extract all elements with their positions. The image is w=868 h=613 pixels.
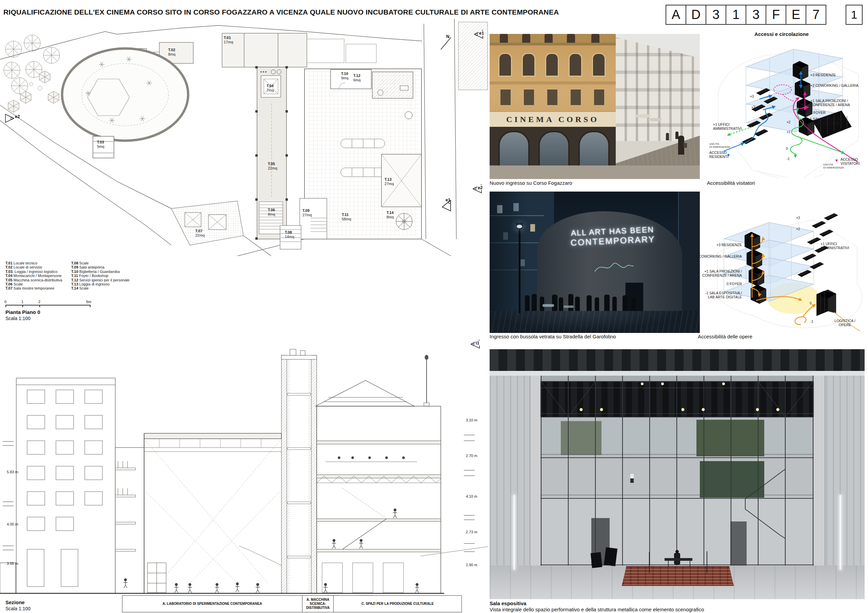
view-marker-e1-plan: e1 (443, 199, 463, 214)
presentation-board: RIQUALIFICAZIONE DELL'EX CINEMA CORSO SI… (0, 0, 868, 613)
room-label: T.0722mq (195, 229, 205, 237)
code-cell: E (786, 5, 806, 25)
logistics-label: LOGISTICA / OPERE (831, 319, 859, 327)
keyboard (665, 558, 692, 561)
view-marker-e1: e1 (473, 29, 494, 40)
code-cell: 3 (706, 5, 726, 25)
room-label: T.1158mq (342, 212, 351, 221)
cinema-sign-text: CINEMA CORSO (506, 115, 599, 124)
dim-label: 2.90 m (466, 563, 477, 567)
level-label: +2 COWORKING / GALLERIA (692, 254, 742, 259)
oval-hall (62, 48, 188, 158)
room-label: T.1327mq (384, 177, 394, 186)
level-label: +1 UFFICI AMMINISTRATIVI (713, 122, 741, 130)
art-logistics-box (817, 289, 836, 316)
room-label: T.0814mq (285, 230, 294, 239)
sheet-code-boxes: A D 3 1 3 F E 7 (666, 5, 826, 25)
section-scale-label: Scala 1:100 (5, 606, 31, 611)
floor-mark: +2 (751, 105, 755, 109)
access-label: ACCESSO RESIDENTI (709, 150, 728, 159)
access-arrow-blue: ▼ (726, 153, 731, 158)
floor-plan-drawing: T.0117mq T.028mq T.035mq T.047mq T.0522m… (0, 19, 488, 256)
emergency-exit-label: USCITA DI EMERGENZA (709, 142, 730, 149)
room-label: T.126mq (353, 74, 360, 82)
table (542, 304, 554, 307)
zone-label: A. LABORATORIO DI SPERIMENTAZIONE CONTEM… (122, 596, 302, 612)
stairs (745, 469, 785, 539)
section-drawing (0, 346, 488, 604)
led-strip-left (513, 495, 515, 570)
floor-mark: 0 (786, 147, 788, 150)
floor-mark: +3 (796, 216, 800, 220)
pavement (490, 166, 700, 179)
room-label: T.028mq (168, 48, 175, 56)
night-street (490, 311, 700, 333)
production-building-section (315, 355, 441, 601)
dim-label: 2.73 m (466, 530, 477, 534)
cinema-sign-band: CINEMA CORSO (490, 111, 616, 127)
code-cell: A (666, 5, 686, 25)
skylight-slit (490, 371, 865, 376)
keyboard-leg (668, 561, 669, 567)
led-strip-right (840, 495, 841, 570)
context-left (0, 378, 144, 593)
room-label: T.0522mq (268, 162, 277, 170)
emergency-exit-label: USCITA DI EMERGENZA (823, 163, 844, 169)
garden-trees (4, 35, 60, 112)
dim-label: 2.70 m (466, 454, 477, 458)
plan-legend-col2: T.08 Scale T.09 Sala anteprima T.10 Bigl… (71, 261, 130, 291)
zone-label: A. MACCHINA SCENICA-DISTRIBUTIVA (302, 596, 334, 612)
eye-cone-icon (5, 113, 15, 124)
code-cell: 3 (746, 5, 766, 25)
floor-mark: +1 (787, 130, 791, 134)
room-label: T.068mq (268, 208, 275, 216)
speaker (591, 552, 602, 568)
zone-label: C. SPAZI PER LA PRODUZIONE CULTURALE (334, 596, 462, 612)
mic-stand (649, 552, 649, 573)
floor-mark: -1 (787, 157, 790, 161)
bag (684, 143, 687, 148)
dim-label: 3.65 m (7, 562, 18, 565)
floor-mark: 0 (810, 302, 812, 305)
level-label: +2 COWORKING / GALLERIA (811, 84, 859, 87)
plan-scale-bar: 0 1 2 5m (5, 300, 94, 307)
room-label: T.148mq (386, 211, 394, 219)
axon1-caption: Accessibilità visitatori (707, 180, 755, 186)
lamp-glow (517, 225, 522, 228)
section-title: Sezione (5, 599, 25, 605)
plan-scale-label: Scala 1:100 (5, 316, 31, 321)
level-label: +1 SALA PROIEZIONI / CONFERENZE / ARENA (692, 269, 742, 277)
render-caption-sub: Vista integrale dello spazio performativ… (490, 607, 704, 612)
dim-label: 4.10 m (466, 494, 477, 498)
main-hall-section (123, 433, 281, 593)
view-marker-e2: e2 (472, 184, 492, 195)
room-label: T.035mq (97, 140, 104, 149)
keyboard-leg (690, 561, 690, 567)
photo-corso-fogazzaro: CINEMA CORSO (490, 34, 700, 179)
north-arrow-icon (439, 36, 454, 51)
code-cell: 1 (726, 5, 746, 25)
floor-mark: +2 (787, 120, 791, 124)
scenic-tower-section (281, 349, 317, 593)
level-label: 0 FOYER (692, 282, 742, 286)
axon-accessibilita-visitatori: +3 +2 -1 +2 +1 0 -1 (712, 38, 868, 178)
floor-mark: +2 (796, 227, 800, 231)
sheet-number-box: 1 (846, 5, 863, 25)
code-cell: D (686, 5, 706, 25)
view-marker-e2-plan: e2 (5, 113, 23, 124)
structure-grid (541, 376, 814, 565)
speaker (604, 547, 617, 566)
render-sala-espositiva (490, 349, 865, 599)
green-neon-scribble (591, 258, 636, 277)
cafe-umbrella (648, 118, 662, 121)
dim-label: 5.83 m (7, 470, 18, 474)
pedestrian (666, 133, 669, 140)
cafe-umbrella (636, 114, 651, 118)
code-cell: F (766, 5, 786, 25)
lamp-post (519, 228, 521, 313)
room-label: T.047mq (267, 84, 274, 92)
photo-garofolino: ALL ART HAS BEEN CONTEMPORARY (490, 192, 700, 333)
level-label: +1 SALA PROIEZIONI / CONFERENZE / ARENA (811, 99, 850, 107)
section-zone-bar: A. LABORATORIO DI SPERIMENTAZIONE CONTEM… (122, 595, 462, 612)
axon2-caption: Accessibilità delle opere (698, 334, 752, 339)
